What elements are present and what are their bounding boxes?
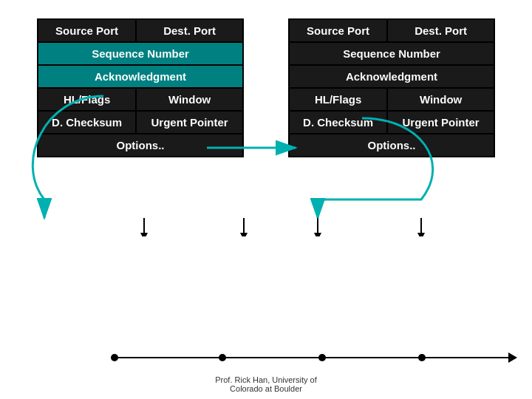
sent-window: Window <box>136 88 243 111</box>
sent-urgent: Urgent Pointer <box>136 111 243 134</box>
table-row: Acknowledgment <box>38 65 243 88</box>
sent-options: Options.. <box>38 134 243 157</box>
recv-checksum: D. Checksum <box>289 111 387 134</box>
recv-acknowledgment: Acknowledgment <box>289 65 494 88</box>
sent-acknowledgment: Acknowledgment <box>38 65 243 88</box>
table-row: Options.. <box>38 134 243 157</box>
sent-checksum: D. Checksum <box>38 111 136 134</box>
recv-sequence-number: Sequence Number <box>289 42 494 65</box>
table-row: D. Checksum Urgent Pointer <box>289 111 494 134</box>
packet-sent-column: Source Port Dest. Port Sequence Number A… <box>37 15 244 157</box>
table-row: Acknowledgment <box>289 65 494 88</box>
table-row: Options.. <box>289 134 494 157</box>
svg-marker-5 <box>314 233 321 236</box>
credit-text: Prof. Rick Han, University ofColorado at… <box>215 375 317 393</box>
sent-sequence-number: Sequence Number <box>38 42 243 65</box>
recv-window: Window <box>387 88 494 111</box>
packet-received-column: Source Port Dest. Port Sequence Number A… <box>288 15 495 157</box>
svg-marker-3 <box>240 233 248 236</box>
table-row: Source Port Dest. Port <box>289 19 494 42</box>
timeline-area <box>0 349 532 369</box>
sent-dest-port: Dest. Port <box>136 19 243 42</box>
recv-source-port: Source Port <box>289 19 387 42</box>
svg-marker-7 <box>417 233 425 236</box>
packet-sent-table: Source Port Dest. Port Sequence Number A… <box>37 18 244 157</box>
sent-source-port: Source Port <box>38 19 136 42</box>
table-row: Sequence Number <box>38 42 243 65</box>
packet-received-table: Source Port Dest. Port Sequence Number A… <box>288 18 495 157</box>
recv-hl-flags: HL/Flags <box>289 88 387 111</box>
table-row: HL/Flags Window <box>38 88 243 111</box>
sent-hl-flags: HL/Flags <box>38 88 136 111</box>
table-row: HL/Flags Window <box>289 88 494 111</box>
table-row: Source Port Dest. Port <box>38 19 243 42</box>
recv-dest-port: Dest. Port <box>387 19 494 42</box>
recv-urgent: Urgent Pointer <box>387 111 494 134</box>
svg-marker-1 <box>140 233 148 236</box>
main-title <box>0 0 532 11</box>
table-row: Sequence Number <box>289 42 494 65</box>
recv-options: Options.. <box>289 134 494 157</box>
table-row: D. Checksum Urgent Pointer <box>38 111 243 134</box>
